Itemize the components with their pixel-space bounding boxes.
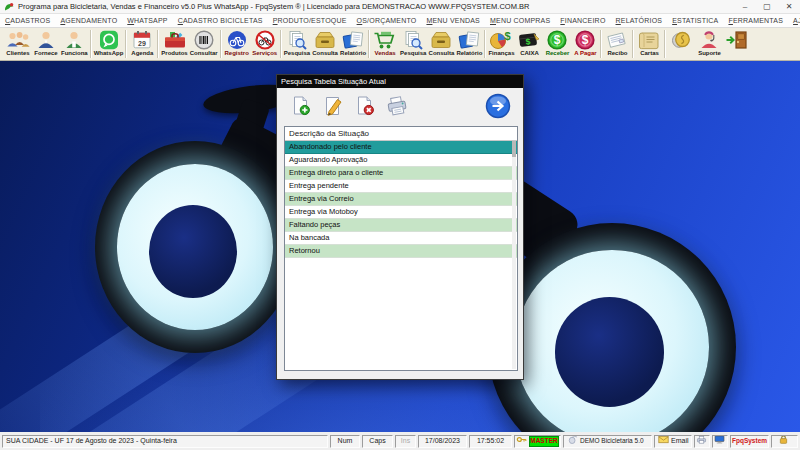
status-lock xyxy=(771,435,798,448)
window-controls: –▢✕ xyxy=(734,0,800,13)
list-item[interactable]: Retornou xyxy=(285,245,517,258)
forward-button[interactable] xyxy=(484,93,511,120)
svg-text:29: 29 xyxy=(138,39,146,46)
window-title: Programa para Bicicletaria, Vendas e Fin… xyxy=(18,2,734,11)
list-item[interactable]: Abandonado pelo cliente xyxy=(285,141,517,154)
toolbar-agenda-button[interactable]: 29Agenda xyxy=(128,28,156,60)
report-icon xyxy=(340,29,366,50)
toolbar-separator xyxy=(157,30,159,58)
status-product: DEMO Bicicletaria 5.0 xyxy=(563,435,652,448)
menu-os-or-amento[interactable]: OS/ORÇAMENTO xyxy=(352,17,422,24)
coin-icon xyxy=(668,29,694,50)
toolbar-door-button[interactable] xyxy=(723,28,751,60)
menu-ferramentas[interactable]: FERRAMENTAS xyxy=(723,17,788,24)
scroll-icon xyxy=(636,29,662,50)
toolbar-funciona-button[interactable]: Funciona xyxy=(60,28,89,60)
list-item[interactable]: Entrega direto para o cliente xyxy=(285,167,517,180)
list-item[interactable]: Entrega via Motoboy xyxy=(285,206,517,219)
toolbar-vendas-button[interactable]: Vendas xyxy=(371,28,399,60)
toolbar-cartas-button[interactable]: Cartas xyxy=(635,28,663,60)
toolbar-consulta-button[interactable]: Consulta xyxy=(311,28,339,60)
delete-record-button[interactable] xyxy=(351,94,379,121)
toolbar-label: CAIXA xyxy=(520,50,539,57)
toolbar-finan-as-button[interactable]: $Finanças xyxy=(487,28,515,60)
toolbar-caixa-button[interactable]: $CAIXA xyxy=(515,28,543,60)
key-icon xyxy=(516,435,529,448)
dollar-green-icon: $ xyxy=(544,29,570,50)
menu-financeiro[interactable]: FINANCEIRO xyxy=(555,17,610,24)
menu-ajuda[interactable]: AJUDA xyxy=(788,17,800,24)
edit-record-button[interactable] xyxy=(319,94,347,121)
toolbar-label: Agenda xyxy=(131,50,153,57)
list-scrollbar[interactable] xyxy=(512,141,516,369)
toolbar-label: Relatório xyxy=(340,50,366,57)
close-button[interactable]: ✕ xyxy=(778,0,800,13)
menu-relat-rios[interactable]: RELATÓRIOS xyxy=(611,17,668,24)
toolbar-receber-button[interactable]: $Receber xyxy=(543,28,571,60)
list-item[interactable]: Faltando peças xyxy=(285,219,517,232)
toolbar-label: Consulta xyxy=(429,50,455,57)
status-monitor[interactable] xyxy=(712,435,728,448)
dialog-titlebar: Pesquisa Tabela Situação Atual xyxy=(277,75,523,88)
toolbar-label: Vendas xyxy=(375,50,396,57)
toolbar-consultar-button[interactable]: Consultar xyxy=(189,28,219,60)
toolbar-separator xyxy=(280,30,282,58)
status-caps-lock: Caps xyxy=(362,435,393,448)
toolbar-clientes-button[interactable]: Clientes xyxy=(4,28,32,60)
status-bar: SUA CIDADE - UF 17 de Agosto de 2023 - Q… xyxy=(0,432,800,450)
toolbar-label: Funciona xyxy=(61,50,88,57)
main-toolbar: ClientesForneceFuncionaWhatsApp29AgendaP… xyxy=(0,28,800,61)
list-item[interactable]: Na bancada xyxy=(285,232,517,245)
status-time: 17:55:02 xyxy=(469,435,512,448)
list-scrollbar-thumb[interactable] xyxy=(512,141,516,157)
menu-whatsapp[interactable]: WHATSAPP xyxy=(122,17,172,24)
app-logo-icon xyxy=(3,2,15,12)
menu-menu-vendas[interactable]: MENU VENDAS xyxy=(421,17,485,24)
toolbar-separator xyxy=(220,30,222,58)
status-printer[interactable] xyxy=(694,435,710,448)
status-brand: FpqSystem xyxy=(730,435,769,448)
arrow-circle-icon xyxy=(485,107,511,122)
print-button[interactable] xyxy=(383,94,411,121)
toolbar-label: Suporte xyxy=(698,50,721,57)
toolbar-separator xyxy=(368,30,370,58)
toolbar-relat-rio-button[interactable]: Relatório xyxy=(339,28,367,60)
list-item[interactable]: Aguardando Aprovação xyxy=(285,154,517,167)
toolbar-recibo-button[interactable]: Recibo xyxy=(603,28,631,60)
toolbar-a-pagar-button[interactable]: $A Pagar xyxy=(571,28,599,60)
toolbar-separator xyxy=(600,30,602,58)
new-record-button[interactable] xyxy=(287,94,315,121)
maximize-button[interactable]: ▢ xyxy=(756,0,778,13)
toolbar-pesquisa-button[interactable]: Pesquisa xyxy=(399,28,427,60)
toolbar-produtos-button[interactable]: Produtos xyxy=(160,28,188,60)
menu-agendamento[interactable]: AGENDAMENTO xyxy=(55,17,122,24)
toolbar-consulta-button[interactable]: Consulta xyxy=(427,28,455,60)
toolbar-coin-button[interactable] xyxy=(667,28,695,60)
toolbar-label: Registro xyxy=(225,50,249,57)
list-item[interactable]: Entrega pendente xyxy=(285,180,517,193)
status-email[interactable]: Email xyxy=(654,435,692,448)
toolbar-servi-os-button[interactable]: Serviços xyxy=(251,28,279,60)
toolbar-relat-rio-button[interactable]: Relatório xyxy=(455,28,483,60)
toolbar-fornece-button[interactable]: Fornece xyxy=(32,28,60,60)
list-item[interactable]: Entrega via Correio xyxy=(285,193,517,206)
bike-blue-icon xyxy=(224,29,250,50)
menu-estatistica[interactable]: ESTATISTICA xyxy=(667,17,723,24)
envelope-icon xyxy=(658,435,671,448)
menu-produto-estoque[interactable]: PRODUTO/ESTOQUE xyxy=(268,17,352,24)
page-pencil-icon xyxy=(320,106,346,121)
menu-bar: CADASTROSAGENDAMENTOWHATSAPPCADASTRO BIC… xyxy=(0,14,800,28)
menu-menu-compras[interactable]: MENU COMPRAS xyxy=(485,17,555,24)
whatsapp-icon xyxy=(96,29,122,50)
toolbar-suporte-button[interactable]: Suporte xyxy=(695,28,723,60)
svg-text:$: $ xyxy=(582,33,589,47)
menu-cadastro-bicicletas[interactable]: CADASTRO BICICLETAS xyxy=(173,17,268,24)
toolbar-whatsapp-button[interactable]: WhatsApp xyxy=(93,28,125,60)
situation-listbox[interactable]: Descrição da Situação Abandonado pelo cl… xyxy=(284,126,518,371)
menu-cadastros[interactable]: CADASTROS xyxy=(0,17,55,24)
toolbar-registro-button[interactable]: Registro xyxy=(223,28,251,60)
docsearch-icon xyxy=(400,29,426,50)
minimize-button[interactable]: – xyxy=(734,0,756,13)
toolbar-pesquisa-button[interactable]: Pesquisa xyxy=(283,28,311,60)
status-location: SUA CIDADE - UF 17 de Agosto de 2023 - Q… xyxy=(2,435,328,448)
